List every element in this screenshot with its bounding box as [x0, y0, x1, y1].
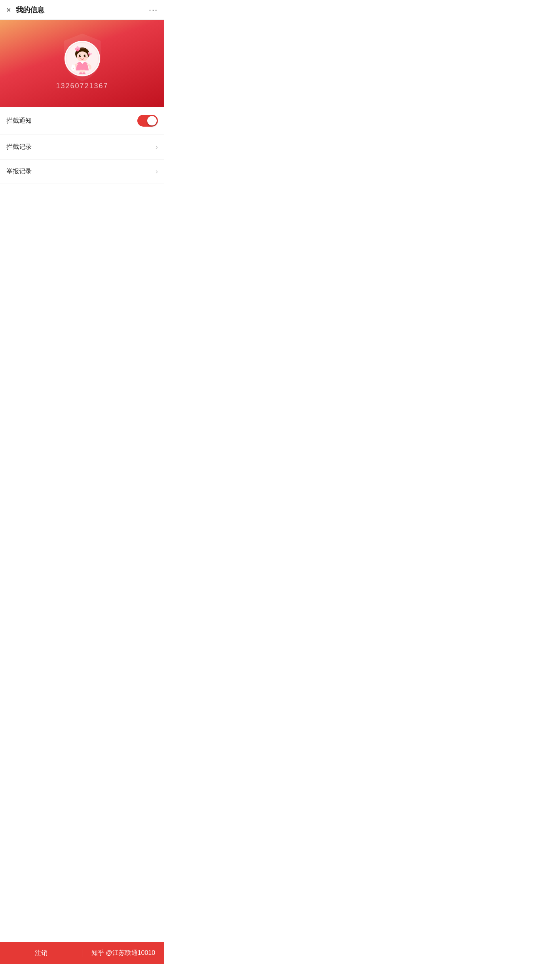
menu-item-block-records[interactable]: 拦截记录 › — [0, 135, 164, 159]
svg-point-11 — [78, 57, 80, 58]
svg-point-22 — [79, 72, 82, 74]
main-content: 13260721367 拦截通知 拦截记录 › — [0, 20, 164, 964]
svg-point-10 — [85, 55, 85, 56]
svg-point-12 — [84, 57, 87, 58]
svg-rect-21 — [82, 70, 85, 73]
bottom-bar: 注销 知乎 @江苏联通10010 — [0, 942, 164, 964]
svg-point-18 — [88, 52, 89, 54]
menu-list: 拦截通知 拦截记录 › 举报记录 › — [0, 107, 164, 184]
svg-point-17 — [88, 53, 90, 55]
page-title: 我的信息 — [16, 5, 44, 15]
report-records-label: 举报记录 — [6, 167, 32, 176]
close-button[interactable]: × — [6, 6, 11, 14]
menu-item-block-notify[interactable]: 拦截通知 — [0, 107, 164, 135]
block-records-right: › — [156, 143, 158, 151]
report-records-right: › — [156, 167, 158, 176]
svg-point-19 — [90, 53, 92, 55]
svg-point-16 — [73, 68, 74, 69]
toggle-slider — [137, 115, 158, 127]
header: × 我的信息 ··· — [0, 0, 164, 20]
block-records-label: 拦截记录 — [6, 143, 32, 151]
svg-point-6 — [77, 51, 88, 62]
svg-point-14 — [72, 65, 73, 68]
svg-point-5 — [76, 46, 79, 49]
avatar — [65, 41, 100, 76]
svg-point-23 — [82, 72, 85, 74]
content-spacer — [0, 184, 164, 303]
avatar-image — [66, 43, 98, 74]
chevron-right-icon-2: › — [156, 167, 158, 176]
menu-item-report-records[interactable]: 举报记录 › — [0, 159, 164, 184]
chevron-right-icon: › — [156, 143, 158, 151]
block-notify-toggle[interactable] — [137, 115, 158, 127]
cancel-section[interactable]: 注销 — [0, 949, 82, 957]
toggle-wrapper — [137, 115, 158, 127]
block-notify-label: 拦截通知 — [6, 117, 32, 125]
more-button[interactable]: ··· — [149, 5, 158, 14]
phone-number: 13260721367 — [56, 82, 108, 90]
info-label: 知乎 @江苏联通10010 — [91, 949, 155, 957]
svg-rect-20 — [80, 70, 82, 73]
svg-point-15 — [73, 65, 75, 68]
cancel-label: 注销 — [35, 949, 47, 957]
hero-section: 13260721367 — [0, 20, 164, 107]
header-left: × 我的信息 — [6, 5, 44, 15]
avatar-wrapper — [65, 41, 100, 76]
svg-point-9 — [80, 55, 81, 56]
info-section: 知乎 @江苏联通10010 — [82, 949, 164, 957]
